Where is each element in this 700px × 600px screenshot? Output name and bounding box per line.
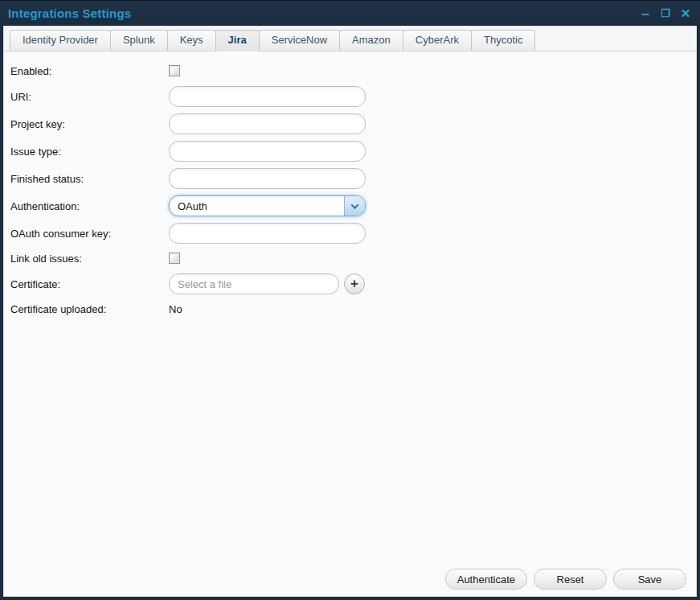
link-old-issues-checkbox[interactable] (169, 253, 180, 264)
authentication-dropdown-button[interactable] (344, 196, 365, 216)
oauth-consumer-key-input[interactable] (169, 223, 366, 244)
form-row-finished-status: Finished status: (10, 168, 696, 189)
form-row-authentication: Authentication: OAuth (10, 195, 696, 216)
add-file-icon[interactable]: + (344, 273, 365, 294)
tab-amazon[interactable]: Amazon (339, 30, 403, 51)
certificate-file-input[interactable] (169, 273, 339, 294)
authenticate-button[interactable]: Authenticate (445, 569, 527, 590)
authentication-selected-value: OAuth (170, 196, 344, 216)
tab-splunk[interactable]: Splunk (110, 30, 168, 51)
form-row-oauth-consumer-key: OAuth consumer key: (10, 223, 696, 244)
certificate-label: Certificate: (10, 277, 169, 290)
minimize-icon[interactable]: – (639, 10, 652, 18)
footer-toolbar: Authenticate Reset Save (445, 569, 686, 590)
authentication-select[interactable]: OAuth (169, 195, 366, 216)
tab-identity-provider[interactable]: Identity Provider (10, 30, 111, 51)
form-row-enabled: Enabled: (10, 63, 696, 79)
issue-type-label: Issue type: (10, 145, 169, 158)
authentication-label: Authentication: (10, 199, 169, 212)
reset-button[interactable]: Reset (534, 569, 607, 590)
form-row-uri: URI: (10, 86, 696, 107)
issue-type-input[interactable] (169, 141, 366, 162)
form-row-link-old-issues: Link old issues: (10, 250, 696, 266)
title-bar[interactable]: Integrations Settings – ❒ ✕ (0, 1, 700, 26)
tab-cyberark[interactable]: CyberArk (403, 30, 472, 51)
enabled-label: Enabled: (10, 64, 169, 77)
enabled-checkbox[interactable] (169, 65, 180, 76)
finished-status-input[interactable] (169, 168, 366, 189)
tab-servicenow[interactable]: ServiceNow (259, 30, 340, 51)
oauth-consumer-key-label: OAuth consumer key: (10, 227, 169, 240)
integrations-settings-window: Integrations Settings – ❒ ✕ Identity Pro… (0, 0, 700, 600)
form-row-certificate: Certificate: + (10, 273, 696, 294)
uri-label: URI: (10, 90, 169, 103)
form-row-issue-type: Issue type: (10, 141, 696, 162)
chevron-down-icon (351, 201, 359, 209)
certificate-file-field: + (169, 273, 365, 294)
link-old-issues-label: Link old issues: (10, 252, 169, 265)
tab-thycotic[interactable]: Thycotic (471, 30, 535, 51)
project-key-label: Project key: (10, 117, 169, 130)
certificate-uploaded-label: Certificate uploaded: (10, 302, 169, 315)
uri-input[interactable] (169, 86, 366, 107)
project-key-input[interactable] (169, 113, 366, 134)
maximize-icon[interactable]: ❒ (659, 7, 672, 20)
window-title: Integrations Settings (8, 6, 131, 20)
tab-bar: Identity Provider Splunk Keys Jira Servi… (4, 27, 696, 51)
finished-status-label: Finished status: (10, 172, 169, 185)
tab-jira[interactable]: Jira (215, 30, 260, 51)
jira-settings-panel: Enabled: URI: Project key: Issue type: F… (4, 51, 696, 596)
window-controls: – ❒ ✕ (639, 7, 692, 20)
certificate-uploaded-value: No (169, 303, 182, 315)
window-body: Identity Provider Splunk Keys Jira Servi… (3, 26, 697, 597)
tab-keys[interactable]: Keys (167, 30, 216, 51)
save-button[interactable]: Save (613, 569, 686, 590)
close-icon[interactable]: ✕ (679, 7, 692, 20)
form-row-certificate-uploaded: Certificate uploaded: No (10, 301, 696, 317)
form-row-project-key: Project key: (10, 113, 696, 134)
